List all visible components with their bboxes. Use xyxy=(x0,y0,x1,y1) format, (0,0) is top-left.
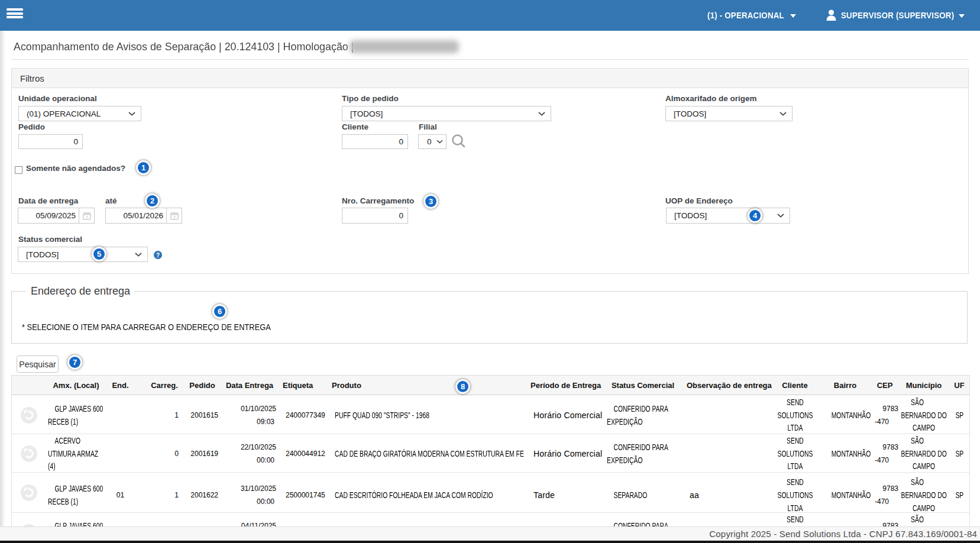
svg-text:7: 7 xyxy=(173,215,176,219)
svg-text:7: 7 xyxy=(86,215,88,219)
